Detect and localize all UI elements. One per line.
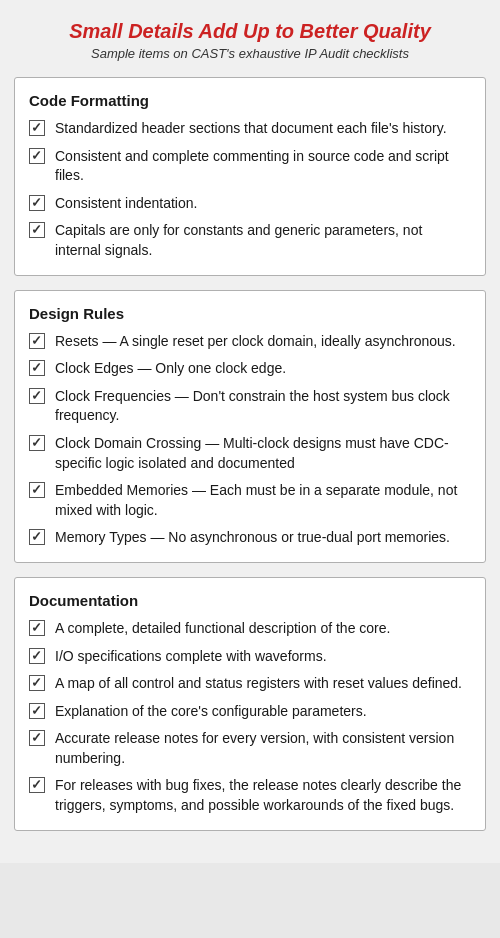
item-text: A map of all control and status register… bbox=[55, 674, 471, 694]
item-text: I/O specifications complete with wavefor… bbox=[55, 647, 471, 667]
section-documentation: DocumentationA complete, detailed functi… bbox=[14, 577, 486, 831]
list-item: Memory Types — No asynchronous or true-d… bbox=[29, 528, 471, 548]
checkbox-icon bbox=[29, 620, 45, 636]
item-text: Explanation of the core's configurable p… bbox=[55, 702, 471, 722]
list-item: A complete, detailed functional descript… bbox=[29, 619, 471, 639]
list-item: I/O specifications complete with wavefor… bbox=[29, 647, 471, 667]
checkbox-icon bbox=[29, 648, 45, 664]
checklist-design-rules: Resets — A single reset per clock domain… bbox=[29, 332, 471, 548]
checkbox-icon bbox=[29, 675, 45, 691]
section-title-design-rules: Design Rules bbox=[29, 305, 471, 322]
item-text: A complete, detailed functional descript… bbox=[55, 619, 471, 639]
checkbox-icon bbox=[29, 195, 45, 211]
item-text: Consistent indentation. bbox=[55, 194, 471, 214]
item-text: Capitals are only for constants and gene… bbox=[55, 221, 471, 260]
item-text: Clock Frequencies — Don't constrain the … bbox=[55, 387, 471, 426]
list-item: For releases with bug fixes, the release… bbox=[29, 776, 471, 815]
list-item: Standardized header sections that docume… bbox=[29, 119, 471, 139]
checkbox-icon bbox=[29, 333, 45, 349]
checkbox-icon bbox=[29, 388, 45, 404]
item-text: Embedded Memories — Each must be in a se… bbox=[55, 481, 471, 520]
item-text: Memory Types — No asynchronous or true-d… bbox=[55, 528, 471, 548]
section-design-rules: Design RulesResets — A single reset per … bbox=[14, 290, 486, 563]
checkbox-icon bbox=[29, 482, 45, 498]
checkbox-icon bbox=[29, 435, 45, 451]
page-title: Small Details Add Up to Better Quality bbox=[14, 18, 486, 44]
checklist-code-formatting: Standardized header sections that docume… bbox=[29, 119, 471, 261]
list-item: Explanation of the core's configurable p… bbox=[29, 702, 471, 722]
list-item: Embedded Memories — Each must be in a se… bbox=[29, 481, 471, 520]
checklist-documentation: A complete, detailed functional descript… bbox=[29, 619, 471, 816]
checkbox-icon bbox=[29, 360, 45, 376]
section-code-formatting: Code FormattingStandardized header secti… bbox=[14, 77, 486, 276]
section-title-code-formatting: Code Formatting bbox=[29, 92, 471, 109]
list-item: Clock Domain Crossing — Multi-clock desi… bbox=[29, 434, 471, 473]
checkbox-icon bbox=[29, 148, 45, 164]
list-item: Clock Edges — Only one clock edge. bbox=[29, 359, 471, 379]
item-text: Standardized header sections that docume… bbox=[55, 119, 471, 139]
list-item: Consistent indentation. bbox=[29, 194, 471, 214]
checkbox-icon bbox=[29, 529, 45, 545]
list-item: Accurate release notes for every version… bbox=[29, 729, 471, 768]
item-text: Accurate release notes for every version… bbox=[55, 729, 471, 768]
checkbox-icon bbox=[29, 777, 45, 793]
list-item: A map of all control and status register… bbox=[29, 674, 471, 694]
item-text: Consistent and complete commenting in so… bbox=[55, 147, 471, 186]
checkbox-icon bbox=[29, 222, 45, 238]
list-item: Clock Frequencies — Don't constrain the … bbox=[29, 387, 471, 426]
page-header: Small Details Add Up to Better Quality S… bbox=[14, 18, 486, 61]
checkbox-icon bbox=[29, 730, 45, 746]
section-title-documentation: Documentation bbox=[29, 592, 471, 609]
item-text: Clock Edges — Only one clock edge. bbox=[55, 359, 471, 379]
list-item: Consistent and complete commenting in so… bbox=[29, 147, 471, 186]
page: Small Details Add Up to Better Quality S… bbox=[0, 0, 500, 863]
page-subtitle: Sample items on CAST's exhaustive IP Aud… bbox=[14, 46, 486, 61]
item-text: For releases with bug fixes, the release… bbox=[55, 776, 471, 815]
list-item: Capitals are only for constants and gene… bbox=[29, 221, 471, 260]
checkbox-icon bbox=[29, 703, 45, 719]
item-text: Clock Domain Crossing — Multi-clock desi… bbox=[55, 434, 471, 473]
list-item: Resets — A single reset per clock domain… bbox=[29, 332, 471, 352]
item-text: Resets — A single reset per clock domain… bbox=[55, 332, 471, 352]
checkbox-icon bbox=[29, 120, 45, 136]
